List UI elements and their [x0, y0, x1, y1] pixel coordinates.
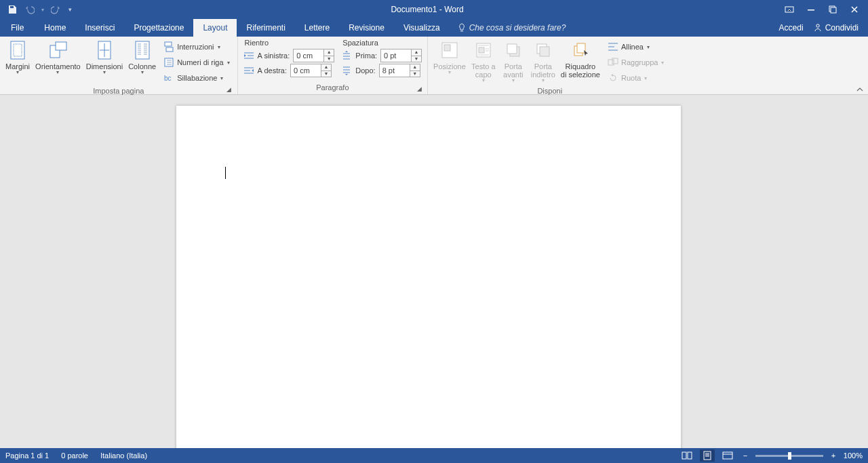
paragraph-launcher[interactable]: ◢	[415, 85, 423, 94]
zoom-in-button[interactable]: +	[829, 451, 838, 460]
spacing-after-input[interactable]	[380, 64, 410, 77]
spin-down[interactable]: ▼	[324, 56, 334, 62]
orientation-button[interactable]: Orientamento ▾	[33, 38, 83, 77]
chevron-down-icon: ▾	[103, 69, 106, 75]
tab-layout[interactable]: Layout	[193, 19, 237, 37]
line-numbers-icon	[163, 57, 174, 68]
tab-visualizza[interactable]: Visualizza	[394, 19, 450, 37]
lightbulb-icon	[458, 23, 466, 33]
selection-pane-icon	[571, 41, 590, 60]
web-layout-icon	[722, 451, 733, 460]
svg-rect-12	[166, 47, 173, 52]
tab-riferimenti[interactable]: Riferimenti	[237, 19, 294, 37]
chevron-down-icon: ▾	[141, 69, 144, 75]
word-count[interactable]: 0 parole	[61, 451, 88, 460]
columns-button[interactable]: Colonne ▾	[125, 38, 159, 77]
line-numbers-button[interactable]: Numeri di riga▾	[161, 56, 231, 69]
print-layout-button[interactable]	[700, 449, 715, 462]
share-button[interactable]: Condividi	[813, 23, 859, 33]
language-status[interactable]: Italiano (Italia)	[100, 451, 147, 460]
chevron-down-icon: ▾	[482, 77, 485, 83]
svg-rect-26	[612, 58, 618, 64]
selection-pane-button[interactable]: Riquadro di selezione	[558, 38, 603, 80]
zoom-level[interactable]: 100%	[844, 451, 863, 460]
zoom-slider[interactable]	[755, 455, 823, 457]
indent-header: Rientro	[243, 38, 335, 48]
chevron-down-icon: ▾	[16, 69, 19, 75]
hyphenation-icon: bc	[163, 73, 174, 83]
tab-home[interactable]: Home	[35, 19, 75, 37]
svg-rect-22	[540, 47, 549, 56]
tab-lettere[interactable]: Lettere	[295, 19, 339, 37]
spacing-before-spinner[interactable]: ▲▼	[380, 49, 422, 62]
spin-up[interactable]: ▲	[410, 64, 420, 71]
redo-icon	[51, 5, 60, 14]
minimize-icon	[807, 5, 815, 14]
svg-rect-8	[56, 42, 66, 50]
page-count[interactable]: Pagina 1 di 1	[5, 451, 49, 460]
minimize-button[interactable]	[802, 1, 821, 18]
indent-left-spinner[interactable]: ▲▼	[293, 49, 334, 62]
spin-down[interactable]: ▼	[412, 56, 421, 62]
tab-revisione[interactable]: Revisione	[339, 19, 394, 37]
indent-left-input[interactable]	[294, 49, 323, 62]
page-setup-launcher[interactable]: ◢	[225, 86, 233, 94]
tell-me-search[interactable]: Che cosa si desidera fare?	[450, 19, 574, 37]
tab-file[interactable]: File	[0, 19, 35, 37]
save-button[interactable]	[4, 1, 20, 18]
chevron-down-icon: ▾	[56, 69, 59, 75]
read-mode-button[interactable]	[679, 449, 694, 462]
svg-rect-20	[507, 44, 517, 54]
undo-icon	[25, 5, 35, 14]
qat-customize[interactable]: ▾	[65, 1, 75, 18]
ribbon: Margini ▾ Orientamento ▾ Dimensioni ▾ Co…	[0, 37, 868, 95]
spacing-before-input[interactable]	[381, 49, 411, 62]
ribbon-options-button[interactable]	[780, 1, 799, 18]
close-button[interactable]	[845, 1, 864, 18]
spin-down[interactable]: ▼	[321, 71, 331, 77]
chevron-up-icon	[856, 86, 864, 93]
chevron-down-icon: ▾	[512, 77, 515, 83]
indent-right-spinner[interactable]: ▲▼	[290, 64, 332, 77]
web-layout-button[interactable]	[720, 449, 735, 462]
group-icon	[608, 58, 618, 67]
align-button[interactable]: Allinea▾	[606, 40, 666, 54]
indent-right-icon	[243, 66, 254, 75]
undo-button[interactable]	[22, 1, 38, 18]
svg-rect-11	[165, 42, 172, 46]
position-icon	[440, 41, 459, 60]
collapse-ribbon-button[interactable]	[856, 86, 864, 93]
indent-right-input[interactable]	[291, 64, 321, 77]
spacing-before-label: Prima:	[355, 52, 377, 60]
margins-button[interactable]: Margini ▾	[3, 38, 33, 77]
svg-rect-27	[682, 452, 686, 459]
spin-up[interactable]: ▲	[324, 49, 334, 56]
zoom-out-button[interactable]: −	[741, 451, 750, 460]
page[interactable]	[176, 106, 681, 448]
spin-down[interactable]: ▼	[410, 71, 420, 77]
undo-dropdown[interactable]: ▾	[39, 1, 46, 18]
spin-up[interactable]: ▲	[321, 64, 331, 71]
position-button: Posizione ▾	[431, 38, 469, 77]
margins-icon	[8, 40, 27, 60]
spacing-after-label: Dopo:	[355, 66, 375, 75]
svg-rect-16	[444, 45, 450, 51]
tab-progettazione[interactable]: Progettazione	[124, 19, 193, 37]
size-button[interactable]: Dimensioni ▾	[83, 38, 125, 77]
spin-up[interactable]: ▲	[412, 49, 421, 56]
group-label-page-setup: Imposta pagina	[93, 87, 144, 95]
spacing-after-spinner[interactable]: ▲▼	[379, 64, 420, 77]
sign-in-link[interactable]: Accedi	[779, 23, 804, 33]
svg-text:bc: bc	[164, 75, 172, 82]
group-arrange: Posizione ▾ Testo a capo ▾ Porta avanti …	[428, 37, 671, 94]
group-label-paragraph: Paragrafo	[316, 83, 349, 92]
tab-inserisci[interactable]: Inserisci	[75, 19, 124, 37]
hyphenation-button[interactable]: bc Sillabazione▾	[161, 71, 231, 85]
breaks-button[interactable]: Interruzioni▾	[161, 40, 231, 54]
chevron-down-icon: ▾	[448, 69, 451, 75]
zoom-thumb[interactable]	[788, 452, 791, 460]
maximize-button[interactable]	[823, 1, 842, 18]
send-backward-icon	[534, 41, 553, 60]
document-area[interactable]	[0, 95, 868, 448]
redo-button[interactable]	[47, 1, 64, 18]
